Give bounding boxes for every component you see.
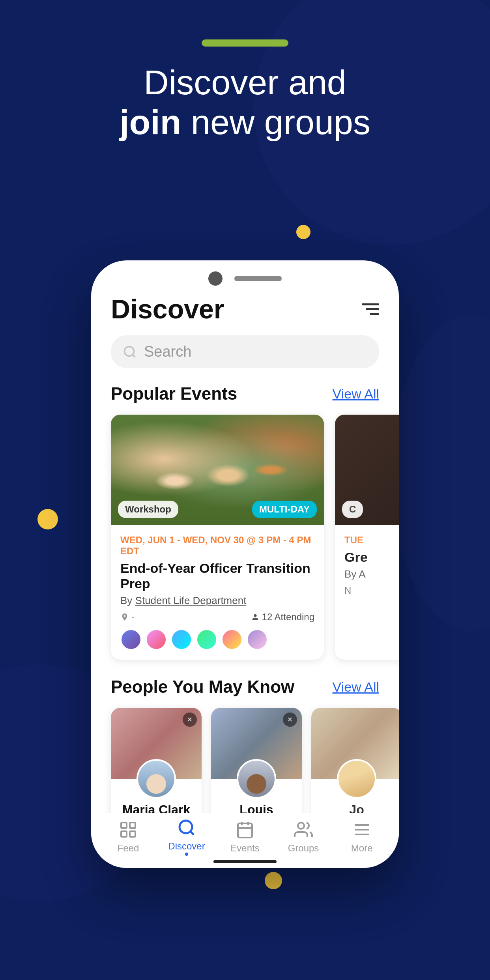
event-meta-1: - 12 Attending (120, 612, 314, 623)
groups-icon (294, 820, 313, 840)
attendee-avatar-5 (221, 629, 243, 650)
attendee-avatar-6 (247, 629, 268, 650)
popular-events-title: Popular Events (111, 384, 237, 404)
bottom-nav: Feed Discover Events (91, 813, 399, 868)
screen-header: Discover (111, 294, 379, 324)
phone-camera (208, 271, 223, 286)
person-card-bg-third (311, 708, 399, 779)
hero-accent-line (202, 39, 288, 47)
search-placeholder: Search (144, 343, 191, 360)
events-label: Events (230, 843, 259, 854)
feed-label: Feed (118, 843, 139, 854)
nav-discover[interactable]: Discover (167, 818, 206, 856)
svg-rect-8 (238, 823, 252, 838)
concert-badge: C (342, 501, 363, 518)
phone-content: Discover Search Popular Events View All (91, 286, 399, 842)
event-image-2: C (335, 415, 399, 525)
event-date-2: TUE (344, 535, 399, 546)
event-org-1: By Student Life Department (120, 595, 314, 607)
event-name-2: Gre (344, 550, 399, 565)
people-view-all[interactable]: View All (333, 679, 379, 695)
attendee-avatar-3 (171, 629, 192, 650)
dot-yellow-left (37, 509, 58, 529)
home-indicator (213, 860, 277, 863)
page-title: Discover (111, 294, 224, 324)
attendee-avatar-2 (146, 629, 167, 650)
attending-icon (251, 613, 260, 621)
bg-shape-right (391, 316, 490, 631)
more-label: More (351, 843, 373, 854)
louis-avatar (237, 759, 276, 799)
hero-section: Discover and join new groups (0, 39, 490, 142)
svg-rect-5 (130, 831, 135, 837)
event-image-1: Workshop MULTI-DAY (111, 415, 324, 525)
person-card-bg-maria: × (111, 708, 202, 779)
filter-line-2 (366, 308, 379, 310)
attendee-avatar-1 (120, 629, 142, 650)
svg-rect-2 (121, 823, 127, 828)
close-maria-button[interactable]: × (183, 713, 197, 727)
event-card-1[interactable]: Workshop MULTI-DAY WED, JUN 1 - WED, NOV… (111, 415, 324, 660)
location-icon (120, 613, 129, 621)
event-location-1: - (120, 612, 135, 623)
attendee-avatar-4 (196, 629, 217, 650)
maria-avatar (137, 759, 176, 799)
multiday-badge: MULTI-DAY (252, 501, 317, 518)
phone-mockup: Discover Search Popular Events View All (91, 260, 399, 868)
close-louis-button[interactable]: × (283, 713, 297, 727)
maria-avatar-head (146, 774, 166, 794)
event-attending-1: 12 Attending (251, 612, 314, 623)
person-card-bg-louis: × (211, 708, 302, 779)
more-icon (352, 820, 372, 840)
events-scroll: Workshop MULTI-DAY WED, JUN 1 - WED, NOV… (111, 415, 379, 660)
groups-label: Groups (288, 843, 319, 854)
event-info-2: TUE Gre By A N (335, 525, 399, 606)
event-name-1: End-of-Year Officer Transition Prep (120, 561, 314, 591)
popular-events-view-all[interactable]: View All (333, 386, 379, 402)
dot-yellow-top (296, 225, 310, 239)
feed-icon (118, 820, 138, 840)
svg-line-1 (133, 354, 135, 357)
dot-yellow-bottom (265, 872, 282, 889)
event-date-1: WED, JUN 1 - WED, NOV 30 @ 3 PM - 4 PM E… (120, 535, 314, 557)
nav-events[interactable]: Events (225, 820, 265, 854)
third-avatar-wrap (337, 759, 376, 799)
maria-avatar-body (138, 761, 174, 797)
svg-rect-3 (130, 823, 135, 828)
svg-point-0 (125, 346, 134, 356)
workshop-badge: Workshop (118, 501, 178, 518)
discover-label: Discover (168, 841, 205, 852)
nav-feed[interactable]: Feed (108, 820, 148, 854)
attendee-avatar-row (120, 629, 314, 650)
people-section-title: People You May Know (111, 677, 294, 697)
svg-line-7 (190, 831, 194, 835)
louis-avatar-wrap (237, 759, 276, 799)
svg-rect-4 (121, 831, 127, 837)
phone-top-bar (91, 260, 399, 286)
filter-button[interactable] (362, 303, 379, 315)
louis-avatar-body (238, 761, 275, 797)
search-bar[interactable]: Search (111, 335, 379, 368)
nav-more[interactable]: More (342, 820, 382, 854)
discover-icon (177, 818, 196, 838)
events-icon (235, 820, 255, 840)
discover-active-dot (185, 853, 188, 856)
event-card-2[interactable]: C TUE Gre By A N (335, 415, 399, 660)
people-section-header: People You May Know View All (111, 677, 379, 697)
nav-groups[interactable]: Groups (284, 820, 323, 854)
filter-line-3 (370, 313, 379, 315)
event-location-2: N (344, 585, 399, 596)
phone-speaker (234, 276, 282, 281)
third-avatar (337, 759, 376, 799)
hero-title: Discover and join new groups (0, 62, 490, 142)
svg-point-6 (180, 821, 192, 833)
filter-line-1 (362, 303, 379, 305)
svg-point-12 (298, 823, 304, 829)
louis-avatar-head (247, 774, 266, 794)
search-icon (123, 345, 137, 359)
event-org-link-1[interactable]: Student Life Department (135, 595, 247, 606)
event-info-1: WED, JUN 1 - WED, NOV 30 @ 3 PM - 4 PM E… (111, 525, 324, 660)
event-org-2: By A (344, 568, 399, 580)
popular-events-header: Popular Events View All (111, 384, 379, 404)
maria-avatar-wrap (137, 759, 176, 799)
